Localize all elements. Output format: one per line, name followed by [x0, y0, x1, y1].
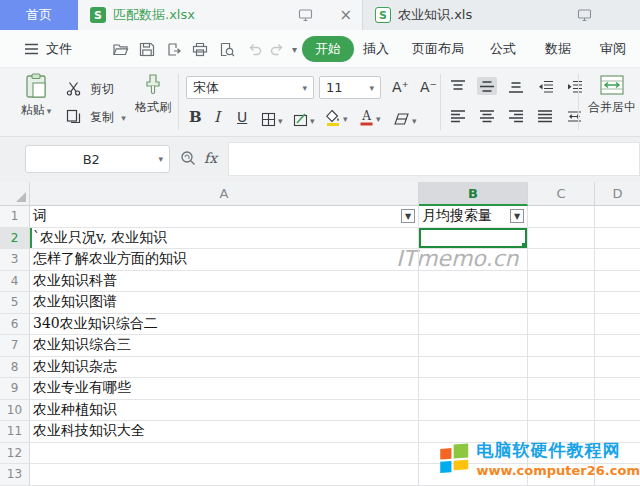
font-name-select[interactable]: 宋体 ▾: [186, 76, 314, 99]
font-color-button[interactable]: A ▾: [359, 107, 381, 126]
cell-D6[interactable]: [595, 314, 640, 336]
increase-indent-button[interactable]: [564, 77, 584, 95]
row-header-5[interactable]: 5: [0, 292, 30, 314]
row-header-1[interactable]: 1: [0, 206, 30, 228]
cell-A13[interactable]: [30, 464, 419, 486]
cell-A4[interactable]: 农业知识科普: [30, 271, 419, 293]
cell-C10[interactable]: [528, 400, 595, 422]
copy-button[interactable]: 复制 ▾: [66, 106, 126, 126]
cell-D2[interactable]: [595, 228, 640, 250]
cell-A8[interactable]: 农业知识杂志: [30, 357, 419, 379]
row-header-3[interactable]: 3: [0, 249, 30, 271]
insert-function-button[interactable]: fx: [204, 150, 217, 166]
align-center-button[interactable]: [477, 107, 497, 125]
cell-B7[interactable]: [419, 335, 528, 357]
cell-A2[interactable]: `农业只况v, 农业知识: [30, 228, 419, 250]
cell-C8[interactable]: [528, 357, 595, 379]
cell-D4[interactable]: [595, 271, 640, 293]
cell-B1[interactable]: 月均搜索量▼: [419, 206, 528, 228]
cut-button[interactable]: 剪切: [66, 78, 114, 98]
cell-D9[interactable]: [595, 378, 640, 400]
open-button[interactable]: [112, 30, 129, 68]
row-header-2[interactable]: 2: [0, 228, 30, 250]
align-top-button[interactable]: [448, 77, 468, 95]
cell-C9[interactable]: [528, 378, 595, 400]
col-header-C[interactable]: C: [528, 182, 595, 206]
cell-B3[interactable]: [419, 249, 528, 271]
cell-B6[interactable]: [419, 314, 528, 336]
col-header-D[interactable]: D: [595, 182, 640, 206]
row-header-11[interactable]: 11: [0, 421, 30, 443]
cell-D1[interactable]: [595, 206, 640, 228]
cell-A6[interactable]: 340农业知识综合二: [30, 314, 419, 336]
cell-A1[interactable]: 词▼: [30, 206, 419, 228]
cell-C6[interactable]: [528, 314, 595, 336]
cell-B2[interactable]: [419, 228, 528, 250]
col-header-A[interactable]: A: [30, 182, 419, 206]
quick-access-more-button[interactable]: ▾: [292, 30, 297, 68]
tab-inactive-document[interactable]: S 农业知识.xls: [362, 0, 640, 30]
justify-button[interactable]: [535, 107, 555, 125]
search-icon[interactable]: [180, 150, 196, 166]
close-icon[interactable]: ×: [339, 8, 352, 23]
italic-button[interactable]: I: [214, 108, 220, 126]
align-left-button[interactable]: [448, 107, 468, 125]
paste-button[interactable]: 粘贴▾: [10, 73, 62, 119]
cell-D10[interactable]: [595, 400, 640, 422]
increase-font-button[interactable]: A⁺: [392, 79, 409, 95]
font-size-select[interactable]: 11 ▾: [319, 76, 381, 99]
wrap-text-button[interactable]: [564, 107, 584, 125]
eraser-button[interactable]: ▾: [393, 109, 417, 128]
tab-insert[interactable]: 插入: [363, 30, 389, 68]
cell-C3[interactable]: [528, 249, 595, 271]
monitor-icon[interactable]: [577, 8, 592, 22]
row-header-4[interactable]: 4: [0, 271, 30, 293]
undo-button[interactable]: [247, 30, 262, 68]
tab-review[interactable]: 审阅: [600, 30, 626, 68]
cell-C5[interactable]: [528, 292, 595, 314]
home-button[interactable]: 首页: [0, 0, 78, 30]
cell-A5[interactable]: 农业知识图谱: [30, 292, 419, 314]
cell-A11[interactable]: 农业科技知识大全: [30, 421, 419, 443]
decrease-indent-button[interactable]: [535, 77, 555, 95]
save-button[interactable]: [139, 30, 155, 68]
row-header-9[interactable]: 9: [0, 378, 30, 400]
fill-color-button[interactable]: ▾: [325, 107, 348, 126]
cell-B9[interactable]: [419, 378, 528, 400]
cell-A12[interactable]: [30, 443, 419, 465]
monitor-icon[interactable]: [298, 8, 313, 22]
borders-button[interactable]: ▾: [261, 109, 283, 128]
cell-B10[interactable]: [419, 400, 528, 422]
merge-center-button[interactable]: 合并居中: [584, 75, 640, 116]
cell-A9[interactable]: 农业专业有哪些: [30, 378, 419, 400]
align-bottom-button[interactable]: [506, 77, 526, 95]
cell-A10[interactable]: 农业种植知识: [30, 400, 419, 422]
cell-D3[interactable]: [595, 249, 640, 271]
underline-button[interactable]: U: [237, 109, 247, 125]
cell-D5[interactable]: [595, 292, 640, 314]
row-header-12[interactable]: 12: [0, 443, 30, 465]
bold-button[interactable]: B: [189, 108, 202, 126]
decrease-font-button[interactable]: A⁻: [420, 79, 437, 95]
format-painter-button[interactable]: 格式刷: [132, 73, 174, 116]
cell-D8[interactable]: [595, 357, 640, 379]
align-right-button[interactable]: [506, 107, 526, 125]
main-menu-button[interactable]: 文件: [24, 30, 72, 68]
select-all-corner[interactable]: [0, 182, 30, 206]
row-header-6[interactable]: 6: [0, 314, 30, 336]
align-middle-button[interactable]: [477, 77, 497, 95]
cell-A3[interactable]: 怎样了解农业方面的知识: [30, 249, 419, 271]
cell-D7[interactable]: [595, 335, 640, 357]
formula-input[interactable]: [228, 142, 640, 176]
row-header-8[interactable]: 8: [0, 357, 30, 379]
row-header-13[interactable]: 13: [0, 464, 30, 486]
cell-A7[interactable]: 农业知识综合三: [30, 335, 419, 357]
tab-start[interactable]: 开始: [302, 30, 354, 68]
cell-B4[interactable]: [419, 271, 528, 293]
export-button[interactable]: [166, 30, 181, 68]
row-header-7[interactable]: 7: [0, 335, 30, 357]
cell-C2[interactable]: [528, 228, 595, 250]
tab-page-layout[interactable]: 页面布局: [412, 30, 464, 68]
cell-B8[interactable]: [419, 357, 528, 379]
name-box[interactable]: B2 ▾: [25, 145, 170, 173]
